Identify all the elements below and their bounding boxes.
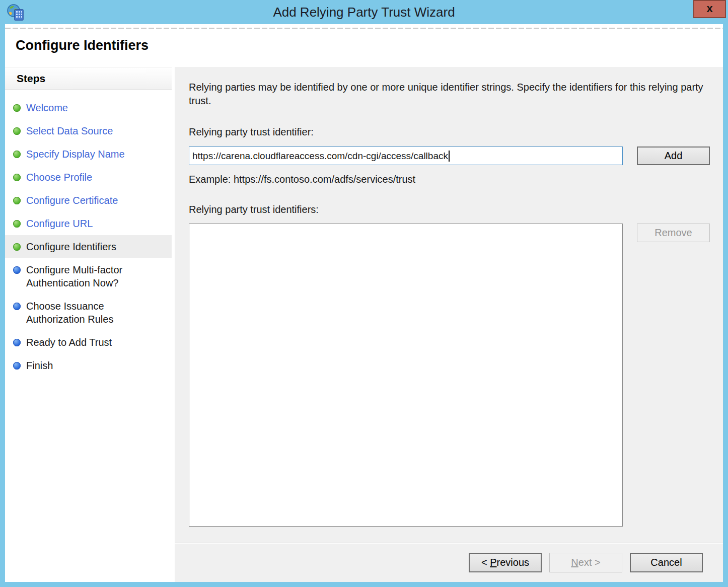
steps-list: WelcomeSelect Data SourceSpecify Display…	[5, 90, 172, 377]
page-description: Relying parties may be identified by one…	[189, 81, 715, 108]
step-label: Finish	[26, 359, 53, 372]
next-label-mnemonic: N	[571, 557, 578, 568]
step-label: Configure Certificate	[26, 194, 118, 207]
previous-button[interactable]: < Previous	[469, 553, 542, 572]
step-status-icon	[13, 303, 21, 310]
step-status-icon	[13, 104, 21, 112]
identifier-field-label: Relying party trust identifier:	[189, 126, 711, 138]
identifiers-list-label: Relying party trust identifiers:	[189, 204, 711, 215]
wizard-footer: < Previous Next > Cancel	[175, 543, 723, 582]
previous-label-suffix: revious	[497, 557, 529, 568]
step-label: Ready to Add Trust	[26, 336, 112, 349]
sidebar-step-configure-multi-factor-authentication-now: Configure Multi-factor Authentication No…	[5, 258, 172, 295]
previous-label-prefix: <	[481, 557, 490, 568]
step-label: Specify Display Name	[26, 148, 125, 161]
step-status-icon	[13, 266, 21, 274]
remove-button-label: Remove	[654, 227, 692, 238]
step-label: Choose Profile	[26, 171, 92, 184]
step-label: Choose Issuance Authorization Rules	[26, 300, 155, 326]
next-label-suffix: ext >	[578, 557, 601, 568]
add-button[interactable]: Add	[637, 146, 710, 165]
adfs-trust-icon	[7, 4, 25, 22]
close-icon: x	[706, 2, 712, 15]
step-status-icon	[13, 127, 21, 135]
sidebar-step-configure-identifiers: Configure Identifiers	[5, 235, 172, 258]
example-text: Example: https://fs.contoso.com/adfs/ser…	[189, 174, 711, 185]
step-status-icon	[13, 174, 21, 181]
sidebar-step-configure-certificate[interactable]: Configure Certificate	[5, 189, 172, 212]
step-status-icon	[13, 197, 21, 204]
sidebar-step-choose-profile[interactable]: Choose Profile	[5, 166, 172, 189]
next-button[interactable]: Next >	[549, 553, 622, 572]
steps-sidebar: Steps WelcomeSelect Data SourceSpecify D…	[5, 67, 172, 582]
identifier-input-value: https://carena.cloudflareaccess.com/cdn-…	[192, 151, 448, 162]
add-button-label: Add	[665, 150, 683, 161]
sidebar-step-specify-display-name[interactable]: Specify Display Name	[5, 142, 172, 166]
step-status-icon	[13, 362, 21, 370]
previous-label-mnemonic: P	[490, 557, 496, 568]
step-label: Configure URL	[26, 217, 93, 230]
cancel-button-label: Cancel	[650, 557, 682, 568]
step-status-icon	[13, 220, 21, 228]
sidebar-step-choose-issuance-authorization-rules: Choose Issuance Authorization Rules	[5, 295, 172, 331]
sidebar-step-welcome[interactable]: Welcome	[5, 96, 172, 119]
sidebar-step-finish: Finish	[5, 354, 172, 377]
step-status-icon	[13, 339, 21, 346]
sidebar-step-select-data-source[interactable]: Select Data Source	[5, 119, 172, 142]
titlebar: Add Relying Party Trust Wizard x	[0, 0, 728, 24]
identifier-input[interactable]: https://carena.cloudflareaccess.com/cdn-…	[189, 146, 623, 165]
window-title: Add Relying Party Trust Wizard	[0, 0, 728, 24]
step-status-icon	[13, 243, 21, 251]
steps-heading: Steps	[5, 67, 172, 90]
page-title: Configure Identifiers	[16, 38, 149, 53]
page-header: Configure Identifiers	[5, 24, 723, 67]
identifiers-listbox[interactable]	[189, 224, 623, 527]
close-button[interactable]: x	[693, 0, 726, 18]
step-label: Select Data Source	[26, 124, 113, 137]
remove-button[interactable]: Remove	[637, 224, 710, 242]
text-caret	[449, 151, 450, 162]
step-label: Configure Multi-factor Authentication No…	[26, 263, 155, 289]
main-content: Relying parties may be identified by one…	[175, 67, 723, 543]
step-label: Welcome	[26, 101, 68, 114]
wizard-dialog: Configure Identifiers Steps WelcomeSelec…	[5, 24, 723, 582]
step-label: Configure Identifiers	[26, 240, 116, 253]
sidebar-step-ready-to-add-trust: Ready to Add Trust	[5, 331, 172, 354]
sidebar-step-configure-url[interactable]: Configure URL	[5, 212, 172, 235]
cancel-button[interactable]: Cancel	[630, 553, 703, 572]
step-status-icon	[13, 151, 21, 158]
